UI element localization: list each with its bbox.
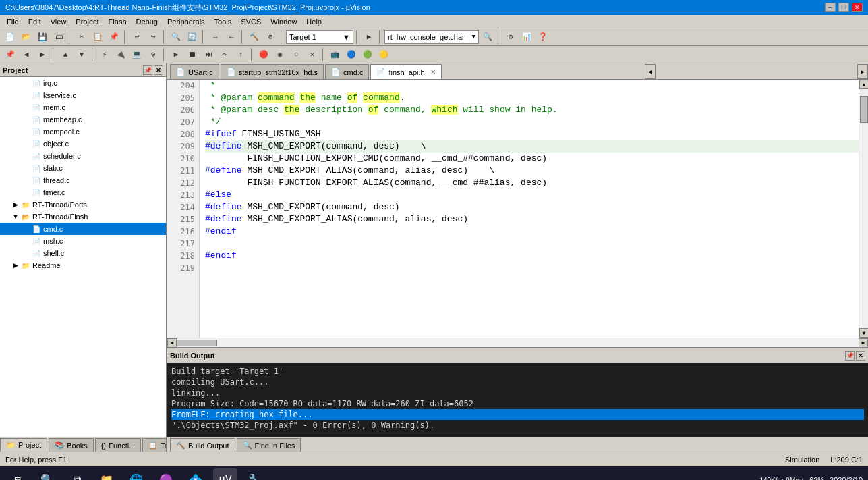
open-btn[interactable]: 📂 — [19, 30, 34, 45]
new-file-btn[interactable]: 📄 — [3, 30, 18, 45]
options-btn[interactable]: ⚙ — [146, 47, 161, 62]
menu-window[interactable]: Window — [266, 17, 301, 26]
disable-bp-btn[interactable]: ○ — [289, 47, 303, 62]
h-scroll-track[interactable] — [177, 339, 859, 347]
indent-btn[interactable]: → — [208, 30, 223, 45]
minimize-button[interactable]: ─ — [825, 3, 836, 12]
clear-bp-btn[interactable]: ✕ — [305, 47, 320, 62]
menu-peripherals[interactable]: Peripherals — [163, 17, 209, 26]
build-line[interactable]: Program Size: Code=15670 RO-data=1170 RW… — [171, 398, 864, 409]
tree-item-msh_c[interactable]: 📄 msh.c — [0, 235, 166, 247]
tree-item-kservice_c[interactable]: 📄 kservice.c — [0, 89, 166, 101]
var3-btn[interactable]: 🟢 — [360, 47, 375, 62]
expand-icon[interactable]: ▼ — [11, 212, 20, 221]
outdent-btn[interactable]: ← — [224, 30, 239, 45]
var2-btn[interactable]: 🔵 — [344, 47, 359, 62]
panel-pin-btn[interactable]: 📌 — [143, 65, 152, 75]
menu-tools[interactable]: Tools — [210, 17, 236, 26]
search-btn[interactable]: 🔍 — [35, 468, 59, 480]
tree-item-thread_c[interactable]: 📄 thread.c — [0, 174, 166, 186]
maximize-button[interactable]: ☐ — [838, 3, 849, 12]
task-view-btn[interactable]: ⧉ — [65, 468, 89, 480]
menu-file[interactable]: File — [3, 17, 23, 26]
build-line[interactable]: FromELF: creating hex file... — [171, 409, 864, 420]
target-dropdown[interactable]: Target 1 ▼ — [286, 30, 353, 44]
build-line[interactable]: linking... — [171, 388, 864, 398]
settings-btn[interactable]: ⚙ — [503, 30, 518, 45]
menu-view[interactable]: View — [47, 17, 71, 26]
code-line-214[interactable]: #define MSH_CMD_EXPORT(command, desc) — [205, 201, 859, 213]
find-btn[interactable]: 🔍 — [169, 30, 183, 45]
build-btn[interactable]: 🔨 — [247, 30, 262, 45]
var4-btn[interactable]: 🟡 — [376, 47, 391, 62]
next-btn[interactable]: ▶ — [35, 47, 50, 62]
tab-usart[interactable]: 📄 USart.c — [170, 64, 219, 79]
panel-tab-project[interactable]: 📁 Project — [0, 438, 47, 452]
panel-tab-books[interactable]: 📚 Books — [49, 438, 94, 452]
code-line-218[interactable]: #endif — [205, 250, 859, 262]
flash2-btn[interactable]: 🔌 — [113, 47, 128, 62]
tree-item-RT_Thread_Finsh[interactable]: ▼ 📂 RT-Thread/Finsh — [0, 211, 166, 223]
app2-btn[interactable]: 💠 — [183, 468, 208, 480]
app1-btn[interactable]: 🟣 — [154, 468, 178, 480]
tree-item-Readme[interactable]: ▶ 📁 Readme — [0, 259, 166, 271]
run-btn[interactable]: ▶ — [169, 47, 183, 62]
scroll-left-btn[interactable]: ◀ — [167, 338, 177, 348]
code-line-213[interactable]: #else — [205, 189, 859, 201]
code-line-219[interactable] — [205, 262, 859, 274]
debug-btn[interactable]: ▶ — [361, 30, 376, 45]
code-line-207[interactable]: */ — [205, 116, 859, 128]
horizontal-scrollbar[interactable]: ◀ ▶ — [167, 338, 868, 347]
tree-item-RT_Thread_Ports[interactable]: ▶ 📁 RT-Thread/Ports — [0, 198, 166, 211]
func-search-btn[interactable]: 🔍 — [480, 30, 495, 45]
tab-startup[interactable]: 📄 startup_stm32f10x_hd.s — [221, 64, 324, 79]
code-line-206[interactable]: * @param desc the description of command… — [205, 104, 859, 116]
menu-flash[interactable]: Flash — [105, 17, 131, 26]
replace-btn[interactable]: 🔄 — [185, 30, 200, 45]
build-line[interactable]: ".\Objects\STM32_Proj.axf" - 0 Error(s),… — [171, 420, 864, 431]
tree-item-mempool_c[interactable]: 📄 mempool.c — [0, 126, 166, 138]
panel-tab-templ[interactable]: 📋 Templ... — [142, 438, 167, 452]
stop-btn[interactable]: ⏹ — [185, 47, 200, 62]
menu-svcs[interactable]: SVCS — [237, 17, 265, 26]
app3-btn[interactable]: μV — [213, 468, 237, 480]
undo-btn[interactable]: ↩ — [129, 30, 144, 45]
panel-tab-functi[interactable]: {} Functi... — [95, 438, 141, 452]
flash-btn[interactable]: ⚡ — [97, 47, 112, 62]
redo-btn[interactable]: ↪ — [146, 30, 161, 45]
step-btn[interactable]: ⏭ — [201, 47, 216, 62]
tab-finsh-api[interactable]: 📄 finsh_api.h ✕ — [370, 64, 441, 79]
code-line-209[interactable]: ▶#define MSH_CMD_EXPORT(command, desc) \ — [205, 140, 859, 153]
tree-item-mem_c[interactable]: 📄 mem.c — [0, 101, 166, 113]
paste-btn[interactable]: 📌 — [107, 30, 121, 45]
expand-icon[interactable]: ▶ — [11, 200, 20, 209]
menu-help[interactable]: Help — [302, 17, 326, 26]
monitor-btn[interactable]: 📊 — [519, 30, 534, 45]
code-line-210[interactable]: FINSH_FUNCTION_EXPORT_CMD(command, __cmd… — [205, 153, 859, 165]
code-line-208[interactable]: #ifdef FINSH_USING_MSH — [205, 128, 859, 140]
code-line-204[interactable]: * — [205, 80, 859, 92]
build-tab-find[interactable]: 🔍 Find In Files — [237, 438, 301, 452]
menu-project[interactable]: Project — [71, 17, 103, 26]
pin-btn[interactable]: 📌 — [3, 47, 18, 62]
tab-cmd[interactable]: 📄 cmd.c — [325, 64, 369, 79]
stepover-btn[interactable]: ↷ — [217, 47, 232, 62]
scroll-thumb[interactable] — [860, 96, 868, 123]
expand-icon[interactable]: ▶ — [11, 261, 20, 270]
code-line-217[interactable] — [205, 238, 859, 250]
tree-item-memheap_c[interactable]: 📄 memheap.c — [0, 113, 166, 126]
breakpoint-btn[interactable]: 🔴 — [256, 47, 271, 62]
stepout-btn[interactable]: ↑ — [233, 47, 248, 62]
scroll-down-btn[interactable]: ▼ — [859, 328, 868, 338]
vertical-scrollbar[interactable]: ▲ ▼ — [859, 80, 868, 338]
tree-item-object_c[interactable]: 📄 object.c — [0, 138, 166, 150]
up-btn[interactable]: ▲ — [58, 47, 73, 62]
scroll-right-btn[interactable]: ▶ — [859, 338, 868, 348]
down-btn[interactable]: ▼ — [74, 47, 89, 62]
code-content[interactable]: * * @param command the name of command. … — [200, 80, 859, 338]
close-button[interactable]: ✕ — [852, 3, 863, 12]
tree-item-scheduler_c[interactable]: 📄 scheduler.c — [0, 150, 166, 162]
var1-btn[interactable]: 📺 — [328, 47, 343, 62]
scroll-track[interactable] — [859, 89, 868, 328]
tree-item-irq_c[interactable]: 📄 irq.c — [0, 77, 166, 89]
